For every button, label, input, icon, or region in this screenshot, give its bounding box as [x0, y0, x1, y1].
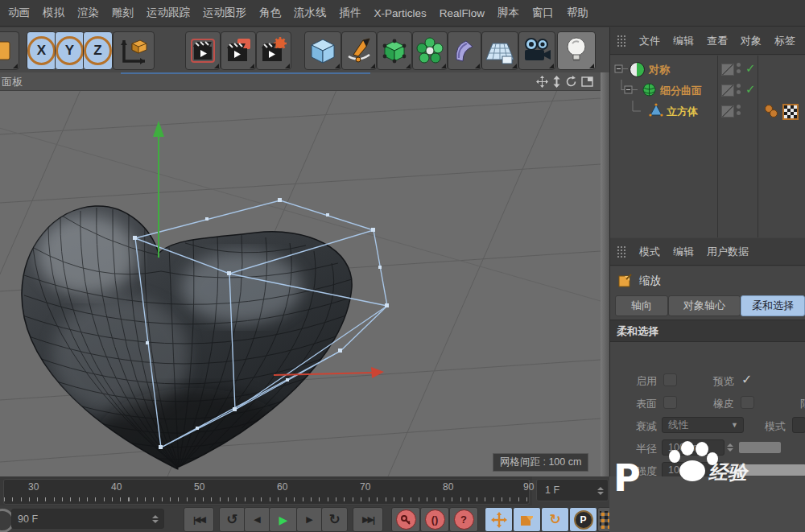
viewport-panel[interactable]: 面板 网格间距 : 100 cm — [0, 72, 601, 476]
render-view-button[interactable] — [185, 31, 221, 70]
clipped-tool-button[interactable] — [0, 31, 19, 70]
tab-axis[interactable]: 轴向 — [615, 295, 668, 316]
heart-model[interactable] — [22, 206, 352, 476]
tab-soft-selection[interactable]: 柔和选择 — [741, 295, 805, 316]
prev-key-button[interactable]: ↺ — [219, 507, 246, 532]
array-generator-button[interactable] — [412, 31, 448, 70]
enable-checkbox[interactable] — [663, 373, 677, 386]
menu-mograph[interactable]: 运动图形 — [203, 6, 246, 20]
preview-check-icon[interactable]: ✓ — [741, 372, 752, 387]
om-menu-tags[interactable]: 标签 — [774, 34, 795, 48]
object-tree[interactable]: 对称 ✓ 细分曲面 ✓ — [610, 56, 805, 237]
radius-field[interactable]: 100 cm — [662, 439, 724, 456]
viewport-zoom-icon[interactable] — [549, 74, 564, 89]
strength-slider[interactable] — [739, 464, 805, 476]
viewport-panel-menu[interactable]: 面板 — [2, 75, 23, 89]
menu-animation[interactable]: 动画 — [8, 6, 30, 20]
add-primitive-cube-button[interactable] — [304, 31, 341, 70]
panel-splitter[interactable] — [601, 72, 609, 476]
radius-stepper-icon[interactable] — [726, 439, 734, 456]
render-to-picture-viewer-button[interactable] — [221, 31, 256, 70]
lock-y-axis-button[interactable]: Y — [55, 31, 85, 70]
floor-object-button[interactable] — [481, 31, 518, 70]
subdivision-surface-button[interactable] — [377, 31, 412, 70]
next-frame-button[interactable]: ▶ — [296, 507, 323, 532]
record-scale-button[interactable] — [513, 507, 541, 532]
record-position-button[interactable] — [485, 507, 513, 532]
enabled-check-icon[interactable]: ✓ — [745, 82, 756, 97]
y-axis-handle[interactable] — [153, 121, 164, 258]
phong-tag-icon[interactable] — [763, 104, 779, 118]
width-stepper-icon[interactable] — [726, 485, 734, 501]
record-pla-button[interactable] — [597, 507, 612, 532]
menu-help[interactable]: 帮助 — [567, 6, 588, 20]
keyframe-options-button[interactable]: ? — [449, 507, 478, 532]
add-spline-pen-button[interactable] — [341, 31, 377, 70]
record-rotation-button[interactable]: ↻ — [541, 507, 569, 532]
rubber-checkbox[interactable] — [741, 396, 754, 409]
visibility-dots[interactable] — [737, 63, 741, 73]
surface-checkbox[interactable] — [663, 396, 677, 409]
viewport-toggle-layout-icon[interactable] — [580, 74, 594, 89]
camera-object-button[interactable] — [518, 31, 555, 70]
timeline-ruler[interactable]: 30 40 50 60 70 80 90 — [3, 479, 530, 505]
viewport-pan-icon[interactable] — [535, 74, 549, 89]
strength-field[interactable]: 100 % — [662, 462, 724, 478]
section-soft-selection[interactable]: 柔和选择 — [617, 324, 658, 339]
layer-swatch[interactable] — [721, 105, 734, 118]
visibility-dots[interactable] — [737, 84, 741, 94]
grip-icon[interactable] — [617, 245, 626, 258]
menu-xparticles[interactable]: X-Particles — [374, 7, 427, 19]
object-row-subdivision[interactable]: 细分曲面 ✓ — [610, 80, 805, 101]
timeline-range-field[interactable]: 1 F — [536, 479, 609, 501]
menu-simulate[interactable]: 模拟 — [43, 6, 64, 20]
width-slider[interactable] — [739, 487, 805, 498]
radius-slider[interactable] — [739, 442, 781, 453]
mode-dropdown[interactable] — [792, 417, 805, 433]
falloff-dropdown[interactable]: 线性 ▼ — [662, 417, 744, 433]
autokey-selection-button[interactable]: () — [420, 507, 449, 532]
goto-end-button[interactable]: ▶▶| — [353, 507, 383, 532]
texture-tag-icon[interactable] — [782, 104, 799, 120]
viewport-rotate-icon[interactable] — [564, 74, 578, 89]
om-menu-view[interactable]: 查看 — [707, 34, 728, 48]
record-keyframe-button[interactable] — [391, 507, 420, 532]
bend-deformer-button[interactable] — [448, 31, 481, 70]
record-parameters-button[interactable]: P — [569, 507, 597, 532]
am-menu-edit[interactable]: 编辑 — [673, 245, 694, 259]
menu-render[interactable]: 渲染 — [77, 6, 99, 20]
menu-character[interactable]: 角色 — [259, 6, 281, 20]
layer-swatch[interactable] — [721, 64, 734, 76]
object-row-cube[interactable]: 立方体 — [610, 101, 805, 122]
menu-realflow[interactable]: RealFlow — [440, 7, 485, 19]
menu-script[interactable]: 脚本 — [497, 6, 519, 20]
current-frame-field[interactable]: 90 F — [11, 509, 164, 529]
object-row-symmetry[interactable]: 对称 ✓ — [610, 59, 805, 80]
viewport-canvas[interactable] — [0, 90, 601, 476]
goto-start-button[interactable]: |◀◀ — [184, 507, 214, 532]
tab-object-axis[interactable]: 对象轴心 — [668, 295, 741, 316]
om-menu-file[interactable]: 文件 — [639, 34, 660, 48]
om-menu-edit[interactable]: 编辑 — [673, 34, 694, 48]
menu-plugins[interactable]: 插件 — [340, 6, 361, 20]
prev-frame-button[interactable]: ◀ — [244, 507, 270, 532]
menu-sculpt[interactable]: 雕刻 — [112, 6, 134, 20]
grip-icon[interactable] — [617, 35, 626, 47]
visibility-dots[interactable] — [737, 105, 741, 115]
object-name[interactable]: 对称 — [649, 63, 670, 77]
strength-stepper-icon[interactable] — [726, 462, 734, 478]
object-name[interactable]: 细分曲面 — [660, 84, 702, 98]
lock-x-axis-button[interactable]: X — [27, 31, 56, 70]
play-button[interactable]: ▶ — [269, 507, 298, 532]
menu-window[interactable]: 窗口 — [532, 6, 554, 20]
enabled-check-icon[interactable]: ✓ — [745, 61, 756, 76]
om-menu-object[interactable]: 对象 — [741, 34, 762, 48]
lock-z-axis-button[interactable]: Z — [83, 31, 113, 70]
am-menu-mode[interactable]: 模式 — [639, 245, 660, 259]
light-object-button[interactable] — [557, 31, 596, 70]
layer-swatch[interactable] — [721, 85, 734, 97]
render-settings-button[interactable] — [256, 31, 291, 70]
menu-pipeline[interactable]: 流水线 — [294, 6, 327, 20]
coordinate-system-button[interactable] — [113, 31, 155, 70]
object-name[interactable]: 立方体 — [667, 105, 698, 119]
